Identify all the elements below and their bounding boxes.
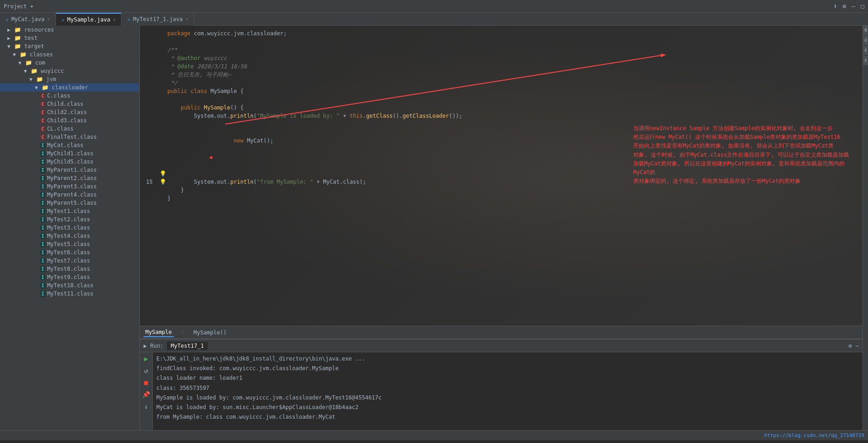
sidebar-item-wuyiccc[interactable]: ▼ 📁 wuyiccc	[0, 67, 139, 75]
run-toolbar: ▶ ↺ ■ 📌 ↓	[140, 352, 153, 430]
run-scroll-button[interactable]: ↓	[143, 402, 149, 411]
run-panel: ▶ Run: MyTest17_1 ⚙ — ▶ ↺ ■ 📌 ↓ E:\JDK_	[140, 339, 862, 430]
sidebar-item-cl-class[interactable]: C CL.class	[0, 125, 139, 133]
class-icon-child3: C	[40, 118, 45, 124]
sidebar-item-mytest1-class[interactable]: I MyTest1.class	[0, 207, 139, 215]
sidebar-item-myparent1-class[interactable]: I MyParent1.class	[0, 166, 139, 174]
svg-line-0	[225, 55, 661, 124]
top-icon-gear[interactable]: ⚙	[843, 3, 846, 10]
sidebar-item-mytest4-class[interactable]: I MyTest4.class	[0, 232, 139, 240]
sidebar-item-mytest5-class[interactable]: I MyTest5.class	[0, 240, 139, 248]
sidebar-item-mytest9-class[interactable]: I MyTest9.class	[0, 273, 139, 281]
run-close-icon[interactable]: —	[856, 343, 859, 349]
sidebar-item-myparent3-class[interactable]: I MyParent3.class	[0, 182, 139, 191]
run-pin-button[interactable]: 📌	[141, 390, 151, 399]
sidebar-label-classloader: 📁 classloader	[42, 84, 88, 91]
sidebar-item-mytest3-class[interactable]: I MyTest3.class	[0, 224, 139, 232]
sidebar-label-mytest9-class: MyTest9.class	[47, 274, 90, 280]
sidebar-item-myparent4-class[interactable]: I MyParent4.class	[0, 191, 139, 199]
tab-mytest17-label: MyTest17_1.java	[133, 16, 182, 22]
sidebar-item-classloader[interactable]: ▼ 📁 classloader	[0, 83, 139, 92]
tab-mytest17-close[interactable]: ✕	[185, 16, 188, 22]
sidebar-item-mychild1-class[interactable]: I MyChild1.class	[0, 149, 139, 158]
tab-mytest17[interactable]: ☕ MyTest17_1.java ✕	[122, 13, 194, 26]
code-line-16: }	[140, 186, 862, 194]
sidebar-label-cl-class: CL.class	[47, 126, 74, 132]
top-bar: Project ▾ ⬇ ⚙ — □	[0, 0, 868, 13]
sidebar-item-mytest11-class[interactable]: I MyTest11.class	[0, 290, 139, 298]
sidebar-label-finaltest-class: FinalTest.class	[47, 134, 97, 140]
tab-mysample-close[interactable]: ✕	[113, 17, 116, 22]
sidebar-label-child3-class: Child3.class	[47, 117, 87, 124]
sidebar-label-mytest8-class: MyTest8.class	[47, 266, 90, 272]
bottom-breadcrumb: MySample › MySample()	[140, 326, 862, 339]
class-icon-myparent5: I	[40, 200, 45, 206]
sidebar-item-mycat-class[interactable]: I MyCat.class	[0, 141, 139, 149]
run-settings-icon[interactable]: ⚙	[849, 343, 852, 349]
sidebar-item-mytest7-class[interactable]: I MyTest7.class	[0, 257, 139, 265]
line-indicator-15: 💡	[158, 178, 167, 186]
sidebar-item-mytest6-class[interactable]: I MyTest6.class	[0, 248, 139, 257]
annotation-box: 当调用newInstance Sample 方法创建Sample的实例化对象时,…	[633, 124, 853, 186]
status-link[interactable]: https://blog.csdn.net/qq_27148729	[764, 432, 864, 438]
line-content-16: }	[167, 186, 862, 194]
sidebar-item-classes[interactable]: ▼ 📁 classes	[0, 50, 139, 59]
sidebar-item-resources[interactable]: ▶ 📁 resources	[0, 26, 139, 34]
rs-btn-3[interactable]: A	[863, 46, 868, 55]
sidebar-item-child2-class[interactable]: C Child2.class	[0, 108, 139, 116]
class-icon-mytest7: I	[40, 258, 45, 264]
sidebar-item-mytest2-class[interactable]: I MyTest2.class	[0, 215, 139, 224]
breadcrumb-mysample[interactable]: MySample	[144, 328, 174, 337]
sidebar-item-mychild5-class[interactable]: I MyChild5.class	[0, 158, 139, 166]
run-play-button[interactable]: ▶	[143, 354, 149, 363]
sidebar-label-mychild1-class: MyChild1.class	[47, 150, 94, 157]
class-icon-mytest11: I	[40, 291, 45, 297]
sidebar-label-mytest2-class: MyTest2.class	[47, 216, 90, 223]
folder-icon-resources: ▶	[7, 27, 11, 33]
tab-mycat[interactable]: ☕ MyCat.java ✕	[0, 13, 56, 26]
run-stop-button[interactable]: ■	[143, 378, 149, 387]
sidebar-item-c-class[interactable]: C C.class	[0, 92, 139, 100]
run-content: ▶ ↺ ■ 📌 ↓ E:\JDK_all_in_here\jdk8\jdk8_i…	[140, 352, 862, 430]
top-icon-maximize[interactable]: □	[861, 3, 864, 10]
sidebar-label-classes: 📁 classes	[20, 51, 53, 58]
sidebar-item-test[interactable]: ▶ 📁 test	[0, 34, 139, 42]
top-icon-minimize[interactable]: —	[851, 3, 855, 10]
rs-btn-2[interactable]: A	[863, 36, 868, 45]
sidebar-item-com[interactable]: ▼ 📁 com	[0, 59, 139, 67]
class-icon-cl: C	[40, 126, 45, 132]
project-label[interactable]: Project ▾	[4, 3, 33, 10]
editor-area: package com.wuyiccc.jvm.classloader; /**	[140, 26, 862, 326]
sidebar-label-com: 📁 com	[25, 60, 45, 66]
rs-btn-4[interactable]: A	[863, 56, 868, 65]
class-icon-mytest4: I	[40, 233, 45, 239]
sidebar-label-test: 📁 test	[14, 35, 38, 41]
rs-btn-1[interactable]: N	[863, 26, 868, 35]
tab-mycat-close[interactable]: ✕	[47, 16, 50, 22]
run-tab-mytest17[interactable]: MyTest17_1	[167, 342, 207, 350]
code-line-1: package com.wuyiccc.jvm.classloader;	[140, 29, 862, 38]
run-rerun-button[interactable]: ↺	[143, 366, 149, 375]
sidebar-item-myparent5-class[interactable]: I MyParent5.class	[0, 199, 139, 207]
sidebar-label-myparent1-class: MyParent1.class	[47, 167, 97, 173]
sidebar-item-child3-class[interactable]: C Child3.class	[0, 116, 139, 125]
sidebar-item-child-class[interactable]: C Child.class	[0, 100, 139, 108]
folder-icon-test: ▶	[7, 35, 11, 41]
class-icon-mytest6: I	[40, 250, 45, 256]
top-icon-down[interactable]: ⬇	[834, 3, 837, 10]
class-icon-mytest3: I	[40, 225, 45, 231]
run-output-line-3: class: 356573597	[156, 383, 859, 393]
sidebar-item-target[interactable]: ▼ 📁 target	[0, 42, 139, 50]
class-icon-mychild5: I	[40, 159, 45, 165]
class-icon-myparent3: I	[40, 184, 45, 190]
sidebar-item-mytest10-class[interactable]: I MyTest10.class	[0, 281, 139, 290]
sidebar-item-jvm[interactable]: ▼ 📁 jvm	[0, 75, 139, 83]
sidebar-item-myparent2-class[interactable]: I MyParent2.class	[0, 174, 139, 182]
tab-mysample[interactable]: ☕ MySample.java ✕	[56, 13, 122, 26]
sidebar-label-mytest5-class: MyTest5.class	[47, 241, 90, 247]
folder-icon-target: ▼	[7, 44, 11, 49]
class-icon-finaltest: C	[40, 134, 45, 140]
sidebar-item-mytest8-class[interactable]: I MyTest8.class	[0, 265, 139, 273]
sidebar-item-finaltest-class[interactable]: C FinalTest.class	[0, 133, 139, 141]
breadcrumb-constructor[interactable]: MySample()	[192, 328, 228, 337]
